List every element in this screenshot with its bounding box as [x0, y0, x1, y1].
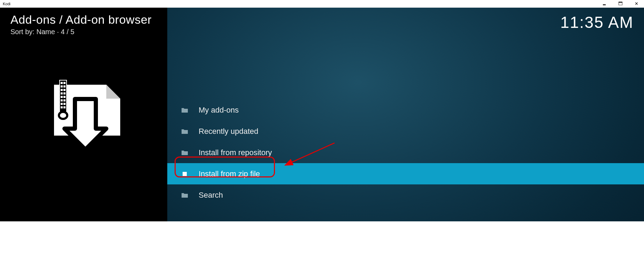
svg-rect-13 [63, 99, 66, 101]
menu-list: My add-ons Recently updated Install from… [167, 99, 644, 206]
clock: 11:35 AM [560, 13, 634, 32]
svg-rect-12 [61, 99, 63, 101]
svg-rect-9 [63, 92, 66, 94]
window-controls: 🗕 🗖 ✕ [599, 1, 641, 6]
svg-rect-2 [61, 82, 63, 84]
menu-item-label: Install from repository [199, 148, 272, 157]
content-area: 11:35 AM My add-ons Recently updated Ins… [167, 8, 644, 221]
sort-label: Sort by: [10, 28, 34, 36]
svg-rect-16 [61, 106, 63, 108]
folder-icon [181, 150, 188, 155]
square-icon [181, 171, 188, 177]
menu-item-install-from-zip-file[interactable]: Install from zip file [167, 163, 644, 184]
app-container: Add-ons / Add-on browser Sort by: Name ·… [0, 8, 644, 221]
menu-item-label: Search [199, 191, 223, 200]
svg-rect-5 [63, 85, 66, 87]
breadcrumb: Add-ons / Add-on browser [10, 13, 157, 26]
window-title: Kodi [3, 2, 10, 6]
bottom-whitespace [0, 221, 644, 259]
minimize-button[interactable]: 🗕 [599, 1, 609, 6]
svg-rect-7 [63, 89, 66, 91]
window-titlebar: Kodi 🗕 🗖 ✕ [0, 0, 644, 8]
svg-rect-8 [61, 92, 63, 94]
svg-rect-10 [61, 96, 63, 98]
svg-rect-14 [61, 103, 63, 105]
menu-item-install-from-repository[interactable]: Install from repository [167, 142, 644, 163]
svg-rect-3 [63, 82, 66, 84]
menu-item-search[interactable]: Search [167, 184, 644, 206]
svg-rect-15 [63, 103, 66, 105]
menu-item-my-addons[interactable]: My add-ons [167, 99, 644, 121]
sort-info: Sort by: Name · 4 / 5 [10, 28, 157, 36]
zip-download-icon [54, 80, 120, 151]
close-button[interactable]: ✕ [631, 1, 641, 6]
svg-point-18 [59, 112, 67, 119]
sort-value: Name [36, 28, 55, 36]
counter: 4 / 5 [61, 28, 75, 36]
svg-rect-6 [61, 89, 63, 91]
sidebar: Add-ons / Add-on browser Sort by: Name ·… [0, 8, 167, 221]
sort-divider: · [57, 28, 61, 36]
folder-icon [181, 192, 188, 198]
svg-rect-11 [63, 96, 66, 98]
menu-item-label: Recently updated [199, 127, 258, 136]
maximize-button[interactable]: 🗖 [615, 1, 625, 6]
menu-item-recently-updated[interactable]: Recently updated [167, 121, 644, 142]
folder-icon [181, 107, 188, 113]
folder-icon [181, 129, 188, 134]
menu-item-label: Install from zip file [199, 169, 260, 178]
svg-rect-4 [61, 85, 63, 87]
svg-rect-17 [63, 106, 66, 108]
menu-item-label: My add-ons [199, 106, 239, 115]
